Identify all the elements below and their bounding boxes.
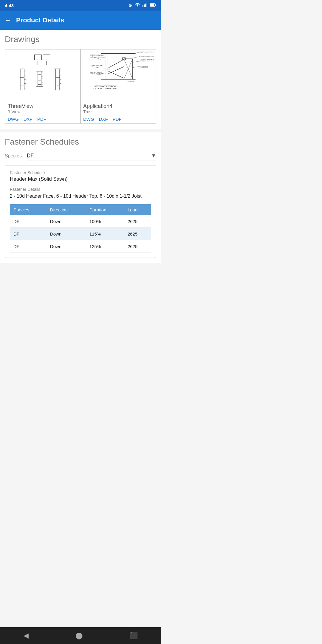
table-cell: 2625 <box>124 228 151 240</box>
drawing-type-application4: Truss <box>83 109 153 114</box>
fastener-schedules-title: Fastener Schedules <box>5 137 156 147</box>
svg-rect-9 <box>43 55 50 60</box>
svg-text:INSTALLED PRIOR TO GYP LAYER: INSTALLED PRIOR TO GYP LAYER <box>140 60 154 62</box>
page-title: Product Details <box>16 16 64 24</box>
gear-icon: ⚙ <box>129 3 132 8</box>
table-row: DFDown100%2625 <box>10 215 151 228</box>
svg-text:STUD WALL/SHEAR WALL: STUD WALL/SHEAR WALL <box>90 73 104 75</box>
schedule-card-inner: Fastener Schedule Header Max (Solid Sawn… <box>5 165 156 258</box>
status-icons: ⚙ <box>129 3 156 8</box>
app4-pdf-link[interactable]: PDF <box>113 117 122 122</box>
svg-line-57 <box>133 57 140 58</box>
drawings-section: Drawings <box>0 30 161 129</box>
table-cell: 115% <box>86 228 124 240</box>
schedule-card: Fastener Schedule Header Max (Solid Sawn… <box>5 165 156 258</box>
threeview-dxf-link[interactable]: DXF <box>24 117 32 122</box>
drawing-name-application4: Application4 <box>83 103 153 109</box>
fastener-table: Species Direction Duration Load DFDown10… <box>10 204 151 253</box>
svg-text:SECTION AT EXTERIOR: SECTION AT EXTERIOR <box>95 85 116 87</box>
app-bar: ← Product Details <box>0 11 161 30</box>
svg-line-46 <box>108 59 124 68</box>
table-row: DFDown125%2625 <box>10 240 151 253</box>
svg-rect-1 <box>143 5 143 7</box>
svg-line-56 <box>133 52 140 54</box>
drawing-card-threeview[interactable]: ThreeView 3-View DWG DXF PDF <box>5 49 80 124</box>
drawing-info-application4: Application4 Truss DWG DXF PDF <box>81 100 156 123</box>
svg-rect-4 <box>147 3 148 7</box>
app4-dxf-link[interactable]: DXF <box>99 117 108 122</box>
drawing-image-application4: 2 LAYER 5/8" TYPE X GYPSUM FLR SHEATHING… <box>81 49 156 100</box>
fastener-schedule-label: Fastener Schedule <box>10 170 151 175</box>
species-label: Species: <box>5 153 23 159</box>
table-row: DFDown115%2625 <box>10 228 151 240</box>
species-value: DF <box>27 153 34 159</box>
threeview-pdf-link[interactable]: PDF <box>37 117 46 122</box>
app4-dwg-link[interactable]: DWG <box>83 117 94 122</box>
drawing-name-threeview: ThreeView <box>8 103 78 109</box>
svg-text:(SEE ARCH): (SEE ARCH) <box>140 67 148 68</box>
svg-line-70 <box>92 67 101 68</box>
svg-rect-13 <box>20 69 24 90</box>
svg-text:FLR. TRUSS: FLR. TRUSS <box>127 80 134 82</box>
svg-line-48 <box>108 71 124 78</box>
drawing-links-threeview: DWG DXF PDF <box>8 117 78 122</box>
svg-rect-33 <box>55 69 59 90</box>
status-time: 4:43 <box>5 3 14 8</box>
svg-rect-3 <box>145 4 146 7</box>
main-content: Drawings <box>0 30 161 279</box>
svg-line-59 <box>133 66 140 68</box>
chevron-down-icon: ▼ <box>151 153 156 159</box>
col-load: Load <box>124 204 151 215</box>
fastener-schedule-value: Header Max (Solid Sawn) <box>10 176 151 182</box>
fastener-details-value: 2 - 10d Header Face, 6 - 10d Header Top,… <box>10 193 151 199</box>
drawing-card-application4[interactable]: 2 LAYER 5/8" TYPE X GYPSUM FLR SHEATHING… <box>80 49 156 124</box>
drawing-image-threeview <box>5 49 80 100</box>
svg-rect-7 <box>150 4 154 6</box>
signal-icon <box>143 3 147 8</box>
species-row: Species: DF ▼ <box>5 151 156 160</box>
wifi-icon <box>135 3 140 8</box>
species-dropdown[interactable]: DF ▼ <box>27 151 156 160</box>
svg-rect-2 <box>144 4 145 7</box>
threeview-dwg-link[interactable]: DWG <box>8 117 19 122</box>
drawings-grid: ThreeView 3-View DWG DXF PDF <box>5 49 156 124</box>
svg-rect-8 <box>34 55 41 60</box>
table-cell: DF <box>10 215 47 228</box>
svg-text:SEE PLANS & SCHEDULES: SEE PLANS & SCHEDULES <box>90 57 105 58</box>
svg-point-0 <box>137 6 138 7</box>
fastener-schedules-section: Fastener Schedules Species: DF ▼ Fastene… <box>0 132 161 263</box>
svg-rect-6 <box>155 4 156 6</box>
drawings-title: Drawings <box>5 35 156 44</box>
svg-text:2 LAYER 5/8" TYPE X GYPSUM: 2 LAYER 5/8" TYPE X GYPSUM <box>140 51 154 53</box>
fastener-details-label: Fastener Details <box>10 187 151 192</box>
col-species: Species <box>10 204 47 215</box>
svg-line-58 <box>133 61 140 62</box>
svg-text:EXT FIRE - RATED WALL: EXT FIRE - RATED WALL <box>90 65 103 66</box>
drawing-links-application4: DWG DXF PDF <box>83 117 153 122</box>
svg-text:ASSY: ASSY <box>107 68 110 70</box>
table-cell: DF <box>10 240 47 253</box>
table-header-row: Species Direction Duration Load <box>10 204 151 215</box>
table-cell: 125% <box>86 240 124 253</box>
svg-text:FLR TRUSS LOAD BRG WALL: FLR TRUSS LOAD BRG WALL <box>93 88 118 90</box>
battery-icon <box>150 3 156 8</box>
drawing-info-threeview: ThreeView 3-View DWG DXF PDF <box>5 100 80 123</box>
table-cell: Down <box>47 215 86 228</box>
table-cell: DF <box>10 228 47 240</box>
col-duration: Duration <box>86 204 124 215</box>
table-cell: 2625 <box>124 240 151 253</box>
svg-rect-11 <box>38 61 46 65</box>
drawing-type-threeview: 3-View <box>8 109 78 114</box>
svg-text:FLR SHEATHING (SEE ARCH): FLR SHEATHING (SEE ARCH) <box>140 56 154 57</box>
table-cell: Down <box>47 228 86 240</box>
col-direction: Direction <box>47 204 86 215</box>
table-cell: 2625 <box>124 215 151 228</box>
back-button[interactable]: ← <box>5 16 11 24</box>
table-cell: 100% <box>86 215 124 228</box>
status-bar: 4:43 ⚙ <box>0 0 161 11</box>
svg-line-47 <box>108 67 124 74</box>
table-cell: Down <box>47 240 86 253</box>
